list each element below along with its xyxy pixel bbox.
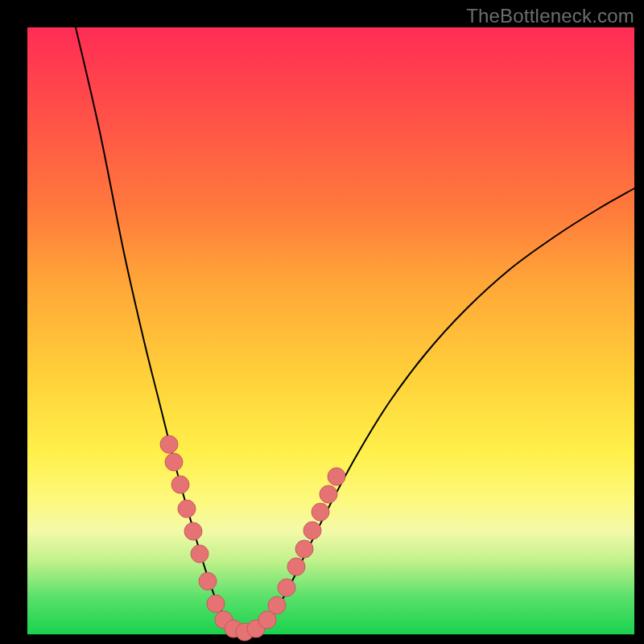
- data-dot: [328, 468, 345, 485]
- data-dot: [207, 595, 225, 613]
- curve-layer: [27, 27, 634, 634]
- plot-area: [27, 27, 634, 634]
- data-dot: [278, 579, 295, 597]
- chart-frame: TheBottleneck.com: [0, 0, 644, 644]
- data-dot: [199, 572, 217, 590]
- data-dot: [320, 485, 337, 503]
- data-dot: [268, 597, 286, 614]
- data-dot: [303, 522, 321, 539]
- data-dot: [287, 558, 305, 576]
- watermark-text: TheBottleneck.com: [466, 5, 634, 27]
- data-dot: [295, 540, 313, 558]
- data-dot: [165, 453, 183, 471]
- data-dot: [171, 476, 189, 493]
- data-dot: [184, 522, 202, 540]
- data-dot: [178, 500, 196, 518]
- data-dot: [191, 545, 208, 563]
- data-dots: [160, 436, 345, 641]
- data-dot: [312, 503, 329, 521]
- bottleneck-curve: [76, 27, 634, 633]
- data-dot: [160, 436, 178, 453]
